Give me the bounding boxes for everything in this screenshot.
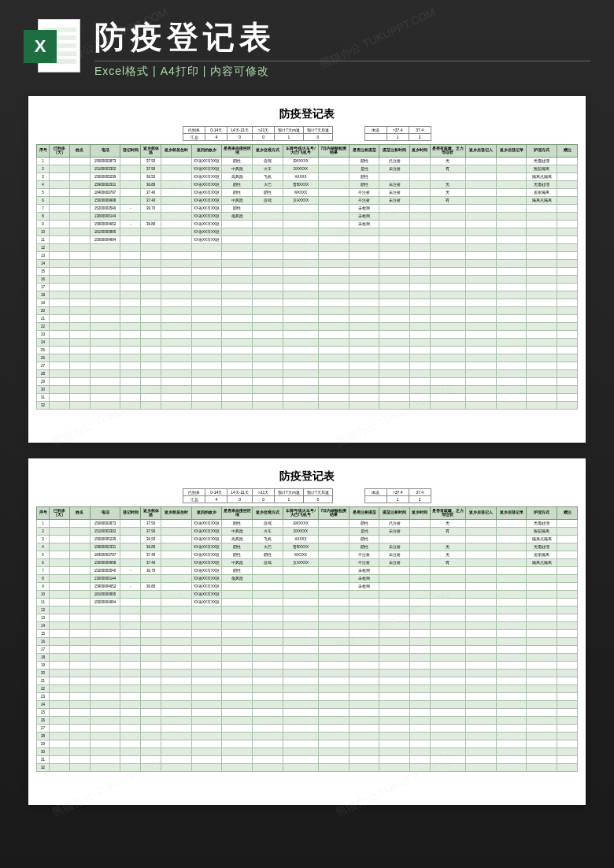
table-cell	[379, 205, 410, 213]
table-cell	[222, 606, 253, 614]
table-cell	[253, 307, 283, 315]
table-cell	[466, 284, 497, 291]
table-cell	[191, 386, 222, 394]
table-cell: -	[120, 567, 141, 575]
table-cell	[466, 614, 497, 622]
table-cell: 2	[37, 528, 50, 536]
table-cell	[222, 362, 253, 370]
table-cell	[120, 299, 141, 307]
summary-value-cell: 1	[275, 496, 304, 503]
table-cell	[430, 693, 465, 701]
table-cell	[466, 654, 497, 662]
table-cell	[527, 614, 557, 622]
table-cell	[557, 614, 578, 622]
table-cell	[191, 764, 222, 772]
table-cell	[466, 567, 497, 575]
table-cell	[527, 315, 557, 323]
table-cell	[50, 244, 70, 252]
table-cell	[318, 614, 349, 622]
table-cell	[161, 543, 192, 551]
table-cell	[430, 331, 465, 339]
table-cell	[50, 315, 70, 323]
table-cell	[527, 575, 557, 583]
table-cell	[283, 205, 318, 213]
table-cell	[527, 733, 557, 740]
table-cell: 自驾	[253, 520, 283, 528]
table-cell	[496, 260, 527, 268]
column-header: 护理方式	[527, 507, 557, 520]
summary-left-table: 已到多0-14天14天-21天>21天预计7天内返预计7天后返汇总40010	[183, 488, 332, 503]
table-row: 21510000330237.90XX省XX市XX区中风险火车DXXXXX是性未…	[37, 165, 578, 173]
table-cell: 8	[37, 213, 50, 221]
table-cell	[141, 378, 161, 386]
table-cell	[120, 228, 141, 236]
table-cell	[466, 606, 497, 614]
table-cell	[496, 756, 527, 764]
table-cell: 大巴	[253, 543, 283, 551]
table-cell	[527, 583, 557, 591]
table-cell	[496, 693, 527, 701]
table-cell	[283, 370, 318, 378]
table-cell	[557, 276, 578, 284]
table-cell: 阴性	[349, 181, 379, 189]
table-cell: 阴性	[222, 520, 253, 528]
table-cell	[253, 630, 283, 638]
table-cell: 有	[430, 165, 465, 173]
table-cell	[557, 701, 578, 709]
table-row: 31500000523936.50XX省XX市XX区高风险飞机AXXXX阴性隔离…	[37, 173, 578, 181]
table-row: 13	[37, 252, 578, 260]
table-cell	[379, 567, 410, 575]
table-cell: 阴性	[222, 181, 253, 189]
table-cell	[496, 662, 527, 670]
table-cell	[50, 189, 70, 197]
table-cell	[50, 662, 70, 670]
table-cell	[410, 717, 431, 725]
table-cell	[50, 386, 70, 394]
table-cell	[410, 165, 431, 173]
table-cell	[90, 630, 120, 638]
table-cell	[318, 402, 349, 410]
summary-value-cell: 2	[409, 496, 431, 503]
table-cell	[430, 284, 465, 291]
table-cell	[141, 725, 161, 733]
table-cell: 36.80	[141, 583, 161, 591]
table-cell: 37.40	[141, 189, 161, 197]
table-cell	[466, 733, 497, 740]
table-cell: 阴性	[253, 551, 283, 559]
table-cell	[253, 717, 283, 725]
table-cell	[161, 599, 192, 606]
table-cell	[69, 236, 90, 244]
table-cell: 晋BXXXX	[283, 181, 318, 189]
table-cell: 37.90	[141, 528, 161, 536]
table-cell	[120, 362, 141, 370]
table-cell	[466, 276, 497, 284]
table-cell	[557, 551, 578, 559]
table-cell	[527, 394, 557, 402]
table-cell	[69, 347, 90, 354]
column-header: 序号	[37, 507, 50, 520]
table-cell	[410, 354, 431, 362]
table-cell	[222, 733, 253, 740]
table-cell	[430, 221, 465, 228]
table-cell: 15000004994	[90, 599, 120, 606]
table-cell	[466, 599, 497, 606]
table-row: 32	[37, 402, 578, 410]
table-cell	[283, 291, 318, 299]
table-cell	[496, 622, 527, 630]
table-cell	[222, 244, 253, 252]
table-cell	[379, 323, 410, 331]
table-cell: 无	[430, 520, 465, 528]
table-row: 19	[37, 299, 578, 307]
table-cell	[379, 347, 410, 354]
table-cell	[527, 347, 557, 354]
table-cell	[496, 567, 527, 575]
table-cell: 阴性	[349, 520, 379, 528]
summary-row: 已到多0-14天14天-21天>21天预计7天内返预计7天后返汇总40010体温…	[36, 488, 578, 503]
table-cell	[496, 189, 527, 197]
table-cell	[69, 181, 90, 189]
table-cell: WXXXX	[283, 189, 318, 197]
preview-page-1: 防疫登记表已到多0-14天14天-21天>21天预计7天内返预计7天后返汇总40…	[28, 96, 586, 443]
table-cell	[50, 528, 70, 536]
table-cell	[318, 205, 349, 213]
table-cell: 17	[37, 284, 50, 291]
